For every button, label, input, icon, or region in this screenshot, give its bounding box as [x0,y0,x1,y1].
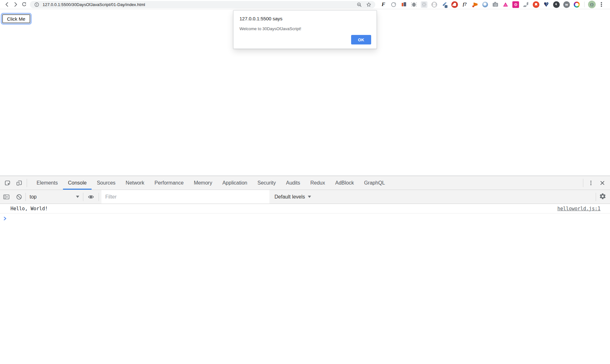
devtools-panel: ElementsConsoleSourcesNetworkPerformance… [0,176,610,364]
devtools-tabs: ElementsConsoleSourcesNetworkPerformance… [31,176,390,190]
react-devtools-icon[interactable] [421,1,427,8]
tab-console[interactable]: Console [63,176,92,190]
profile-avatar[interactable]: {} [588,1,596,8]
page-content: Click Me 127.0.0.1:5500 says Welcome to … [0,9,610,176]
filter-input[interactable] [101,190,269,204]
devtools-right-separator [583,179,583,187]
context-selector[interactable]: top [26,190,83,204]
tab-security[interactable]: Security [252,176,281,190]
devtools-tabbar-right [581,176,610,190]
extension-icons: F(-)f?⚙♥w [380,1,580,8]
console-message-source-link[interactable]: helloworld.js:1 [558,206,600,212]
color-ring-icon[interactable] [573,1,580,8]
console-toolbar-separator-4 [596,193,596,201]
browser-menu-icon[interactable] [598,1,605,8]
tab-network[interactable]: Network [121,176,149,190]
address-bar[interactable]: 127.0.0.1:5500/30DaysOfJavaScript/01-Day… [30,1,375,8]
browser-toolbar: 127.0.0.1:5500/30DaysOfJavaScript/01-Day… [0,0,610,9]
heart-search-icon[interactable]: ♥ [543,1,550,8]
log-levels-dropdown[interactable]: Default levels [274,194,311,200]
stop-hand-icon[interactable] [451,1,458,8]
gear-square-icon[interactable]: ⚙ [512,1,519,8]
tab-memory[interactable]: Memory [189,176,217,190]
console-prompt-chevron-icon [3,217,7,220]
devtools-tab-separator [27,179,27,187]
alert-ok-button[interactable]: OK [351,35,371,44]
fontanello-icon[interactable]: F [380,1,387,8]
camera-icon[interactable] [492,1,499,8]
tab-graphql[interactable]: GraphQL [359,176,390,190]
clock-icon[interactable] [553,1,560,8]
tab-performance[interactable]: Performance [149,176,189,190]
bug-icon[interactable] [411,1,417,8]
alert-dialog: 127.0.0.1:5500 says Welcome to 30DaysOfJ… [233,10,377,49]
device-toolbar-icon[interactable] [13,176,25,190]
zoom-page-icon[interactable] [356,2,363,7]
tab-sources[interactable]: Sources [92,176,121,190]
console-message-text: Hello, World! [10,206,48,212]
tab-elements[interactable]: Elements [31,176,63,190]
page-info-icon[interactable] [33,2,40,7]
inspect-element-icon[interactable] [2,176,13,190]
wave-icon[interactable]: w [563,1,570,8]
eyedropper-icon[interactable] [441,1,448,8]
swirl-icon[interactable] [482,1,489,8]
console-toolbar-separator-3 [99,193,99,201]
panels-icon[interactable] [400,1,407,8]
tab-application[interactable]: Application [217,176,252,190]
url-text[interactable]: 127.0.0.1:5500/30DaysOfJavaScript/01-Day… [43,2,145,7]
log-levels-label: Default levels [274,194,305,200]
lens-icon[interactable] [390,1,397,8]
atom-icon[interactable] [502,1,509,8]
console-sidebar-toggle-icon[interactable] [0,190,13,204]
console-output: Hello, World! helloworld.js:1 [0,204,610,364]
forward-button[interactable] [11,1,20,8]
alert-message: Welcome to 30DaysOfJavaScript! [239,26,371,31]
console-toolbar-right [596,190,610,204]
alert-title: 127.0.0.1:5500 says [239,16,371,21]
devtools-close-icon[interactable] [597,176,608,190]
reload-button[interactable] [20,1,28,8]
chevron-down-icon [308,196,311,198]
console-prompt-row[interactable] [0,213,610,220]
bookmark-star-icon[interactable] [365,2,372,7]
context-selector-label: top [30,194,37,200]
back-button[interactable] [3,1,11,8]
toolbar-separator [584,2,585,7]
devtools-tabbar: ElementsConsoleSourcesNetworkPerformance… [0,176,610,190]
devtools-menu-icon[interactable] [585,176,597,190]
tab-audits[interactable]: Audits [281,176,305,190]
megaphone-icon[interactable] [472,1,478,8]
console-settings-gear-icon[interactable] [599,193,606,201]
chevron-down-icon [76,196,79,198]
clear-console-icon[interactable] [13,190,25,204]
console-message-row: Hello, World! helloworld.js:1 [0,204,610,213]
live-expression-eye-icon[interactable] [83,190,99,204]
bookmark-icon[interactable] [533,1,539,8]
tab-adblock[interactable]: AdBlock [330,176,359,190]
steps-icon[interactable] [523,1,529,8]
console-toolbar: top Default levels [0,190,610,204]
tab-redux[interactable]: Redux [305,176,330,190]
click-me-button[interactable]: Click Me [2,14,30,23]
code-brackets-icon[interactable]: (-) [431,1,438,8]
font-question-icon[interactable]: f? [461,1,468,8]
